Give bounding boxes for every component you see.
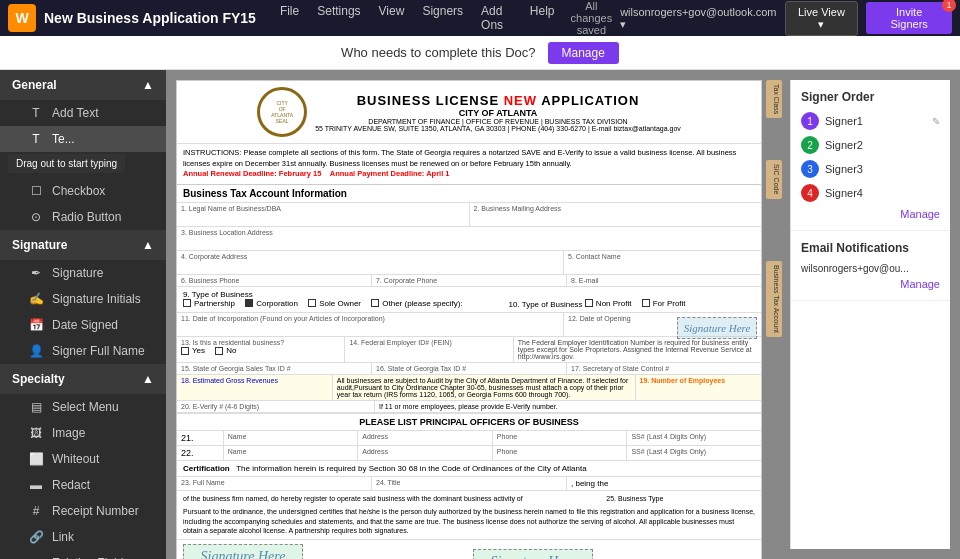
- cell-corp-phone: 7. Corporate Phone: [372, 275, 567, 286]
- city-name: CITY OF ATLANTA: [315, 108, 681, 118]
- cb-sq-checked[interactable]: [245, 299, 253, 307]
- label-location: 3. Business Location Address: [181, 229, 757, 236]
- edit-icon-1[interactable]: ✎: [932, 116, 940, 127]
- cb-sq3[interactable]: [371, 299, 379, 307]
- sidebar-item-select-menu[interactable]: ▤ Select Menu: [0, 394, 166, 420]
- sidebar-item-text-drag[interactable]: T Te... Drag out to start typing: [0, 126, 166, 152]
- user-email[interactable]: wilsonrogers+gov@outlook.com ▾: [620, 6, 776, 31]
- cell-officer2-num: 22.: [177, 446, 224, 460]
- cert-row: Certification The information herein is …: [177, 461, 761, 477]
- who-needs-text: Who needs to complete this Doc?: [341, 45, 535, 60]
- cb-np[interactable]: [585, 299, 593, 307]
- specialty-section-header[interactable]: Specialty ▲: [0, 364, 166, 394]
- tab-sic-code[interactable]: SIC Code: [766, 160, 782, 198]
- signer-row-3: 3 Signer3: [801, 160, 940, 178]
- cell-ga-tax: 16. State of Georgia Tax ID #: [372, 363, 567, 374]
- sidebar-item-radio[interactable]: ⊙ Radio Button: [0, 204, 166, 230]
- cb-yes[interactable]: Yes: [181, 346, 205, 355]
- cb-sq2[interactable]: [308, 299, 316, 307]
- renewal-deadline: Annual Renewal Deadline: February 15: [183, 169, 321, 178]
- tab-tax-class[interactable]: Tax Class: [766, 80, 782, 118]
- sig-row: Signature Here Authorized Signature Titl…: [177, 540, 761, 559]
- cb-forprofit[interactable]: For Profit: [642, 299, 686, 308]
- top-right-area: wilsonrogers+gov@outlook.com ▾ Live View…: [620, 1, 952, 36]
- menu-settings[interactable]: Settings: [309, 0, 368, 36]
- dept-info: DEPARTMENT OF FINANCE | OFFICE OF REVENU…: [315, 118, 681, 125]
- sidebar-item-checkbox[interactable]: ☐ Checkbox: [0, 178, 166, 204]
- cell-biz-phone: 6. Business Phone: [177, 275, 372, 286]
- sidebar-item-receipt-number[interactable]: # Receipt Number: [0, 498, 166, 524]
- radio-icon: ⊙: [28, 210, 44, 224]
- cb-fp[interactable]: [642, 299, 650, 307]
- form-row-2: 3. Business Location Address: [177, 227, 761, 251]
- sidebar-item-whiteout[interactable]: ⬜ Whiteout: [0, 446, 166, 472]
- label-secretary: 17. Secretary of State Control #: [571, 365, 757, 372]
- label-mailing: 2. Business Mailing Address: [474, 205, 758, 212]
- signer-name-4: Signer4: [825, 187, 940, 199]
- doc-header: CITYOFATLANTASEAL BUSINESS LICENSE NEW A…: [177, 81, 761, 144]
- cell-officer1-ss: SS# (Last 4 Digits Only): [627, 431, 761, 445]
- cell-officer2-addr: Address: [358, 446, 493, 460]
- sidebar-item-redact[interactable]: ▬ Redact: [0, 472, 166, 498]
- cb-nonprofit[interactable]: Non Profit: [585, 299, 632, 308]
- cb-sq[interactable]: [183, 299, 191, 307]
- label-legal-name: 1. Legal Name of Business/DBA: [181, 205, 465, 212]
- app-icon: W: [8, 4, 36, 32]
- menu-file[interactable]: File: [272, 0, 307, 36]
- sidebar-item-signature[interactable]: ✒ Signature: [0, 260, 166, 286]
- cb-sole[interactable]: Sole Owner: [308, 299, 361, 308]
- menu-addons[interactable]: Add Ons: [473, 0, 520, 36]
- doc-tabs: Tax Class SIC Code Business Tax Account: [766, 80, 782, 559]
- redact-icon: ▬: [28, 478, 44, 492]
- cell-contact: 5. Contact Name: [564, 251, 761, 274]
- cb-other[interactable]: Other (please specify):: [371, 299, 462, 308]
- form-row-dates: 11. Date of Incorporation (Found on your…: [177, 313, 761, 337]
- cell-date-open: 12. Date of Opening Signature Here: [564, 313, 761, 336]
- cell-officer2-ss: SS# (Last 4 Digits Only): [627, 446, 761, 460]
- form-row-ga: 15. State of Georgia Sales Tax ID # 16. …: [177, 363, 761, 375]
- manage-button[interactable]: Manage: [548, 42, 619, 64]
- signature-overlay-1: Signature Here: [677, 317, 757, 339]
- menu-view[interactable]: View: [371, 0, 413, 36]
- live-view-label: Live View ▾: [796, 6, 848, 31]
- payment-deadline: Annual Payment Deadline: April 1: [330, 169, 450, 178]
- cell-corporate: 4. Corporate Address: [177, 251, 564, 274]
- label-ga-sales: 15. State of Georgia Sales Tax ID #: [181, 365, 367, 372]
- tab-biz-account[interactable]: Business Tax Account: [766, 261, 782, 337]
- cert-note: The information herein is required by Se…: [236, 464, 586, 473]
- sidebar-item-existing-field[interactable]: ⊞ Existing Field: [0, 550, 166, 559]
- select-icon: ▤: [28, 400, 44, 414]
- signer-num-1: 1: [801, 112, 819, 130]
- general-section-header[interactable]: General ▲: [0, 70, 166, 100]
- email-manage-link[interactable]: Manage: [801, 278, 940, 290]
- cert-footer-text: Pursuant to the ordinance, the undersign…: [183, 507, 755, 536]
- calendar-icon: 📅: [28, 318, 44, 332]
- sidebar-item-link[interactable]: 🔗 Link: [0, 524, 166, 550]
- cell-title-cert: 24. Title: [372, 477, 567, 490]
- menu-help[interactable]: Help: [522, 0, 563, 36]
- sidebar-item-image[interactable]: 🖼 Image: [0, 420, 166, 446]
- signer-name-1: Signer1: [825, 115, 926, 127]
- menu-bar: File Settings View Signers Add Ons Help: [272, 0, 563, 36]
- invite-signers-button[interactable]: Invite Signers 1: [866, 2, 952, 34]
- cb-corporation[interactable]: Corporation: [245, 299, 298, 308]
- signature-section-header[interactable]: Signature ▲: [0, 230, 166, 260]
- sidebar-item-date-signed[interactable]: 📅 Date Signed: [0, 312, 166, 338]
- sidebar-item-add-text[interactable]: T Add Text: [0, 100, 166, 126]
- menu-signers[interactable]: Signers: [414, 0, 471, 36]
- signer-manage-link[interactable]: Manage: [801, 208, 940, 220]
- cert-label: Certification: [183, 464, 230, 473]
- instructions: INSTRUCTIONS: Please complete all sectio…: [177, 144, 761, 185]
- sidebar-item-signature-initials[interactable]: ✍ Signature Initials: [0, 286, 166, 312]
- cb-no[interactable]: No: [215, 346, 236, 355]
- live-view-button[interactable]: Live View ▾: [785, 1, 859, 36]
- receipt-icon: #: [28, 504, 44, 518]
- email-value: wilsonrogers+gov@ou...: [801, 263, 940, 274]
- top-bar: W New Business Application FY15 File Set…: [0, 0, 960, 36]
- sidebar-item-full-name[interactable]: 👤 Signer Full Name: [0, 338, 166, 364]
- label-email: 8. E-mail: [571, 277, 757, 284]
- app-title: New Business Application FY15: [44, 10, 256, 26]
- cb-partnership[interactable]: Partnership: [183, 299, 235, 308]
- cell-officer2-name: Name: [224, 446, 359, 460]
- document-area: CITYOFATLANTASEAL BUSINESS LICENSE NEW A…: [176, 80, 762, 559]
